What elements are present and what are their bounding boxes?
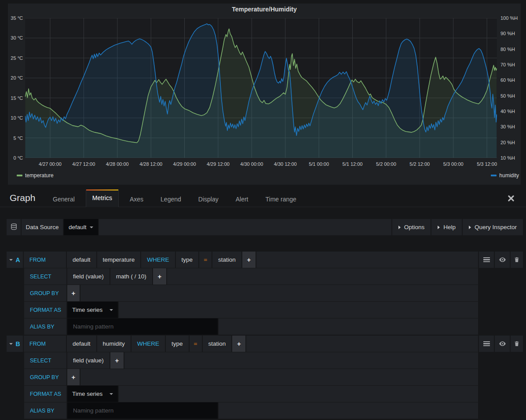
from-measurement-value[interactable]: temperature	[97, 252, 141, 268]
datasource-value: default	[69, 224, 87, 230]
collapse-caret-icon	[9, 343, 13, 345]
x-tick-label: 5/2 00:00	[368, 161, 405, 167]
x-tick-label: 5/3 00:00	[435, 161, 472, 167]
from-datasource-value[interactable]: default	[67, 336, 96, 352]
collapse-caret-icon	[9, 259, 13, 261]
help-button[interactable]: Help	[431, 219, 462, 235]
format-as-dropdown[interactable]: Time series	[67, 302, 118, 318]
help-button-label: Help	[443, 224, 456, 230]
tab-legend[interactable]: Legend	[154, 192, 187, 207]
editor-tabbar: Graph General Metrics Axes Legend Displa…	[0, 189, 526, 207]
toggle-query-visibility-button[interactable]	[495, 252, 510, 268]
from-datasource-value[interactable]: default	[67, 252, 96, 268]
tab-display[interactable]: Display	[192, 192, 225, 207]
where-tag-value[interactable]: station	[203, 336, 232, 352]
from-row-filler	[256, 252, 478, 268]
y-right-tick-label: 10 %H	[500, 155, 515, 161]
format-as-dropdown[interactable]: Time series	[67, 386, 118, 402]
select-keyword: SELECT	[24, 268, 66, 285]
eye-icon	[499, 256, 506, 263]
temperature-humidity-panel: Temperature/Humidity 35 °C30 °C25 °C20 °…	[8, 4, 521, 185]
format-as-keyword: FORMAT AS	[24, 302, 66, 318]
legend-humidity[interactable]: humidity	[491, 172, 519, 179]
collapse-query-b-button[interactable]: B	[7, 336, 23, 352]
where-tag-key[interactable]: type	[166, 336, 189, 352]
format-as-row-filler	[119, 302, 478, 318]
add-group-by-button[interactable]: +	[67, 285, 80, 301]
query-menu-button[interactable]	[479, 252, 494, 268]
query-menu-button[interactable]	[479, 336, 494, 352]
chart-plot[interactable]	[25, 18, 497, 158]
group-by-keyword: GROUP BY	[24, 285, 66, 301]
y-left-tick-label: 35 °C	[11, 15, 23, 21]
trash-icon	[514, 256, 520, 263]
where-tag-value[interactable]: station	[212, 252, 241, 268]
datasource-dropdown[interactable]: default	[64, 219, 98, 235]
y-right-tick-label: 30 %H	[500, 124, 515, 130]
close-editor-button[interactable]	[508, 195, 515, 202]
from-measurement-value[interactable]: humidity	[97, 336, 131, 352]
add-where-condition-button[interactable]: +	[232, 336, 245, 352]
triangle-right-icon	[398, 226, 401, 229]
alias-by-input[interactable]	[67, 402, 218, 419]
format-as-row-filler	[119, 386, 478, 402]
tab-metrics[interactable]: Metrics	[86, 190, 119, 207]
trash-icon	[514, 340, 520, 347]
remove-query-button[interactable]	[511, 252, 523, 268]
query-inspector-button[interactable]: Query Inspector	[463, 219, 523, 235]
query-a-group-by-row: GROUP BY+	[24, 285, 479, 301]
tab-time-range[interactable]: Time range	[259, 192, 302, 207]
where-operator[interactable]: =	[199, 252, 212, 268]
remove-query-button[interactable]	[511, 336, 523, 352]
format-as-keyword: FORMAT AS	[24, 386, 66, 402]
y-right-tick-label: 90 %H	[500, 30, 515, 37]
from-row-filler	[246, 336, 478, 352]
add-select-part-button[interactable]: +	[153, 268, 166, 285]
alias-by-row-filler	[219, 318, 478, 335]
legend-temperature[interactable]: temperature	[17, 172, 54, 179]
where-keyword: WHERE	[132, 336, 165, 352]
x-tick-label: 4/28 00:00	[99, 161, 136, 167]
y-left-tick-label: 10 °C	[11, 115, 23, 121]
alias-by-keyword: ALIAS BY	[24, 402, 66, 419]
datasource-label: Data Source	[22, 219, 63, 235]
alias-by-input[interactable]	[67, 318, 218, 335]
add-group-by-button[interactable]: +	[67, 369, 80, 385]
y-right-tick-label: 100 %H	[500, 15, 518, 21]
query-a-block: AFROMdefaulttemperatureWHEREtype=station…	[7, 252, 523, 335]
editor-panel-type-title: Graph	[10, 193, 35, 203]
toggle-query-visibility-button[interactable]	[495, 336, 510, 352]
query-b-group-by-row: GROUP BY+	[24, 369, 479, 385]
select-math-value[interactable]: math ( / 10)	[110, 268, 152, 285]
group-by-keyword: GROUP BY	[24, 369, 66, 385]
group-by-row-filler	[80, 369, 478, 385]
query-a-from-row: AFROMdefaulttemperatureWHEREtype=station…	[7, 252, 523, 268]
collapse-query-a-button[interactable]: A	[7, 252, 23, 268]
options-button[interactable]: Options	[392, 219, 431, 235]
x-tick-label: 5/1 12:00	[334, 161, 371, 167]
x-tick-label: 5/2 12:00	[401, 161, 438, 167]
triangle-right-icon	[469, 226, 471, 229]
x-tick-label: 4/28 12:00	[132, 161, 169, 167]
select-field-value[interactable]: field (value)	[67, 268, 110, 285]
y-right-tick-label: 20 %H	[500, 139, 515, 146]
format-as-value: Time series	[72, 391, 102, 397]
where-tag-key[interactable]: type	[176, 252, 199, 268]
select-field-value[interactable]: field (value)	[67, 352, 110, 369]
options-button-label: Options	[404, 224, 425, 230]
query-b-select-row: SELECTfield (value)+	[24, 352, 479, 369]
tab-alert[interactable]: Alert	[230, 192, 255, 207]
where-operator[interactable]: =	[190, 336, 202, 352]
chart-canvas	[25, 18, 497, 158]
legend-label-humidity: humidity	[499, 172, 519, 179]
add-where-condition-button[interactable]: +	[242, 252, 256, 268]
tab-general[interactable]: General	[47, 192, 81, 207]
y-left-tick-label: 0 °C	[13, 155, 23, 161]
alias-by-row-filler	[219, 402, 478, 419]
tab-axes[interactable]: Axes	[124, 192, 150, 207]
y-right-tick-label: 80 %H	[500, 46, 515, 52]
menu-icon	[483, 257, 490, 262]
y-left-tick-label: 5 °C	[13, 135, 23, 141]
query-a-select-row: SELECTfield (value)math ( / 10)+	[24, 268, 479, 285]
add-select-part-button[interactable]: +	[110, 352, 124, 369]
